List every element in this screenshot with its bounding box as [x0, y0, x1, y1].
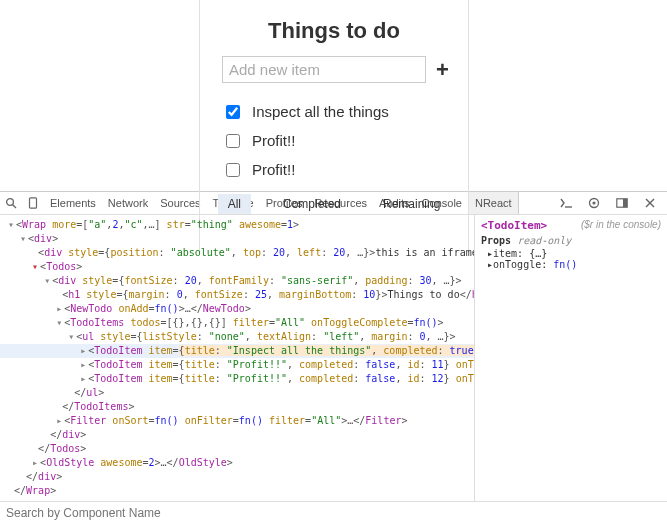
prop-row[interactable]: ▸onToggle: fn() — [481, 259, 661, 270]
svg-rect-7 — [623, 199, 627, 207]
svg-line-1 — [13, 205, 17, 209]
rendered-page: Things to do + Inspect all the things Pr… — [0, 0, 667, 191]
console-hint: ($r in the console) — [581, 219, 661, 230]
todo-checkbox[interactable] — [226, 163, 240, 177]
svg-point-0 — [7, 199, 14, 206]
gear-icon[interactable] — [583, 192, 605, 214]
todo-label: Profit!! — [252, 132, 295, 149]
page-title: Things to do — [222, 18, 446, 44]
todo-item: Profit!! — [222, 155, 446, 184]
todo-item: Inspect all the things — [222, 97, 446, 126]
todo-checkbox[interactable] — [226, 134, 240, 148]
filter-completed[interactable]: Completed — [273, 194, 351, 214]
filter-all[interactable]: All — [218, 194, 251, 214]
new-todo-input[interactable] — [222, 56, 426, 83]
svg-point-5 — [592, 201, 595, 204]
todo-item: Profit!! — [222, 126, 446, 155]
todo-label: Inspect all the things — [252, 103, 389, 120]
filter-bar: All Completed Remaining — [222, 194, 446, 214]
close-icon[interactable] — [639, 192, 661, 214]
console-toggle-icon[interactable] — [555, 192, 577, 214]
search-input[interactable] — [0, 506, 667, 520]
props-label: Props — [481, 235, 511, 246]
svg-rect-2 — [30, 198, 37, 208]
filter-remaining[interactable]: Remaining — [373, 194, 450, 214]
component-search — [0, 501, 667, 523]
todo-checkbox[interactable] — [226, 105, 240, 119]
devtools-panel: Elements Network Sources Timeline Profil… — [0, 191, 667, 523]
inspect-icon[interactable] — [0, 192, 22, 214]
prop-row[interactable]: ▸item: {…} — [481, 248, 661, 259]
add-icon[interactable]: + — [436, 59, 449, 81]
tab-nreact[interactable]: NReact — [468, 192, 519, 214]
props-panel: ($r in the console) <TodoItem> Props rea… — [475, 215, 667, 501]
dock-icon[interactable] — [611, 192, 633, 214]
device-icon[interactable] — [22, 192, 44, 214]
todo-label: Profit!! — [252, 161, 295, 178]
tab-network[interactable]: Network — [102, 192, 154, 214]
component-tree[interactable]: ▾<Wrap more=["a",2,"c",…] str="thing" aw… — [0, 215, 475, 501]
readonly-label: read-only — [517, 235, 571, 246]
tab-elements[interactable]: Elements — [44, 192, 102, 214]
